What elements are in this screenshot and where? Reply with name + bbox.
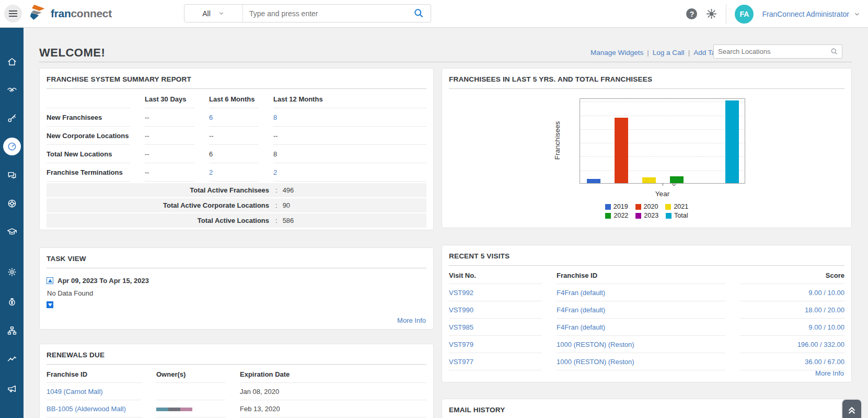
bar-2021 — [642, 177, 656, 183]
total-label: Total Active Corporate Locations — [47, 201, 269, 209]
search-icon[interactable] — [830, 48, 838, 55]
gear-icon[interactable] — [705, 8, 717, 20]
summary-cell: -- — [145, 127, 194, 145]
franchise-id-link[interactable]: BB-1005 (Alderwood Mall) — [47, 405, 126, 413]
summary-value-link[interactable]: 2 — [209, 168, 213, 176]
visit-franchise-id: 1000 (RESTON) (Reston) — [557, 353, 725, 370]
visit-no-link[interactable]: VST985 — [449, 323, 473, 331]
franchise-id-link[interactable]: F4Fran (default) — [557, 289, 605, 297]
visit-franchise-id: 1000 (RESTON) (Reston) — [557, 336, 725, 353]
sidebar-item-dashboard[interactable] — [0, 136, 24, 157]
scroll-to-top-button[interactable] — [842, 400, 861, 418]
manage-widgets-link[interactable]: Manage Widgets — [591, 49, 643, 57]
legend-item-2020: 2020 — [635, 203, 658, 210]
global-search-input[interactable] — [243, 9, 413, 18]
summary-cell: -- — [273, 127, 426, 145]
welcome-divider — [39, 62, 852, 62]
franchise-id-link[interactable]: F4Fran (default) — [557, 323, 605, 331]
money-bag-icon — [7, 297, 17, 307]
visits-col-header: Franchise ID — [557, 267, 725, 284]
widget-title: RECENT 5 VISITS — [449, 252, 844, 260]
visit-no-link[interactable]: VST992 — [449, 289, 473, 297]
sidebar-item-performance[interactable] — [0, 348, 24, 369]
help-icon[interactable]: ? — [686, 8, 697, 19]
franchise-id-link[interactable]: 1000 (RESTON) (Reston) — [557, 341, 634, 348]
sidebar-item-marketing[interactable] — [0, 378, 24, 399]
visit-franchise-id: F4Fran (default) — [557, 301, 725, 319]
summary-value-link[interactable]: 2 — [273, 168, 277, 176]
summary-value-link[interactable]: 6 — [209, 114, 213, 121]
visit-franchise-id: F4Fran (default) — [557, 319, 725, 336]
franchise-id-link[interactable]: F4Fran (default) — [557, 306, 605, 314]
score-link[interactable]: 9.00 / 10.00 — [808, 289, 844, 297]
lifering-icon — [7, 198, 17, 209]
sidebar-item-messages[interactable] — [0, 165, 24, 186]
summary-row-label: Franchise Terminations — [47, 163, 130, 182]
collapse-triangle-up-icon[interactable] — [47, 277, 53, 284]
renewal-expiration-date: Feb 13, 2020 — [240, 400, 426, 417]
search-icon[interactable] — [413, 8, 424, 19]
legend-item-2019: 2019 — [605, 203, 628, 210]
search-filter-dropdown[interactable]: All — [184, 5, 243, 22]
franconnect-logo: franconnect — [27, 4, 112, 22]
legend-label: Total — [674, 212, 688, 219]
logo-mark-icon — [27, 4, 47, 22]
chat-icon — [7, 170, 17, 180]
legend-swatch — [666, 213, 672, 219]
renewals-col-header: Franchise ID — [47, 366, 142, 383]
score-link[interactable]: 18.00 / 20.00 — [805, 306, 844, 314]
bar-Total — [725, 100, 739, 183]
gridline — [580, 156, 745, 157]
sidebar-item-sales[interactable] — [0, 80, 24, 100]
user-menu[interactable]: FranConnect Administrator — [762, 10, 861, 18]
sidebar-item-home[interactable] — [0, 51, 24, 72]
renewal-franchise-id: BB-1005 (Alderwood Mall) — [47, 400, 142, 417]
renewal-owner — [156, 383, 225, 400]
summary-value-link[interactable]: 8 — [273, 114, 277, 121]
task-view-widget: TASK VIEW Apr 09, 2023 To Apr 15, 2023 N… — [39, 247, 434, 330]
gridline — [580, 101, 745, 102]
more-info-link[interactable]: More Info — [815, 369, 844, 377]
score-link[interactable]: 9.00 / 10.00 — [808, 323, 844, 331]
more-info-link[interactable]: More Info — [397, 317, 426, 324]
gridline — [580, 143, 745, 143]
bar-2019 — [587, 179, 600, 183]
score-link[interactable]: 196.00 / 332.00 — [797, 341, 844, 348]
chevron-down-icon — [853, 10, 861, 18]
avatar[interactable]: FA — [735, 5, 754, 24]
sidebar-item-finance[interactable] — [0, 291, 24, 312]
summary-cell: 6 — [209, 108, 259, 127]
org-chart-icon — [7, 325, 17, 336]
visit-no-link[interactable]: VST990 — [449, 306, 473, 314]
expand-triangle-down-icon[interactable] — [47, 301, 53, 308]
owner-color-bar — [156, 408, 225, 411]
sidebar-item-training[interactable] — [0, 221, 24, 242]
sidebar-item-settings[interactable] — [0, 262, 24, 283]
renewals-table: Franchise IDOwner(s)Expiration Date1049 … — [47, 366, 426, 417]
sidebar-item-access-key[interactable] — [0, 108, 24, 129]
location-search — [713, 44, 842, 59]
top-header: franconnect All ? FA FranConnect Adminis… — [0, 0, 868, 28]
sidebar-item-support[interactable] — [0, 193, 24, 214]
location-search-input[interactable] — [714, 48, 830, 55]
legend-label: 2020 — [644, 203, 658, 210]
visit-no-link[interactable]: VST977 — [449, 358, 473, 366]
sidebar-item-hierarchy[interactable] — [0, 320, 24, 341]
visit-no-link[interactable]: VST979 — [449, 341, 473, 348]
renewals-due-widget: RENEWALS DUE Franchise IDOwner(s)Expirat… — [39, 344, 434, 418]
widget-title: RENEWALS DUE — [47, 351, 426, 359]
double-chevron-up-icon — [846, 404, 858, 416]
log-a-call-link[interactable]: Log a Call — [653, 49, 685, 57]
home-icon — [7, 57, 17, 67]
hamburger-menu-icon[interactable] — [4, 5, 22, 22]
megaphone-icon — [7, 383, 17, 394]
gridline — [580, 171, 745, 171]
legend-row: 20222023Total — [605, 212, 688, 219]
summary-cell: 2 — [209, 163, 259, 182]
franchise-id-link[interactable]: 1000 (RESTON) (Reston) — [557, 358, 634, 366]
score-link[interactable]: 36.00 / 67.00 — [805, 358, 844, 366]
legend-label: 2019 — [614, 203, 628, 210]
y-axis-label: Franchisees — [553, 115, 561, 167]
franchise-id-link[interactable]: 1049 (Carnot Mall) — [47, 388, 103, 396]
summary-cell: 8 — [273, 145, 426, 163]
